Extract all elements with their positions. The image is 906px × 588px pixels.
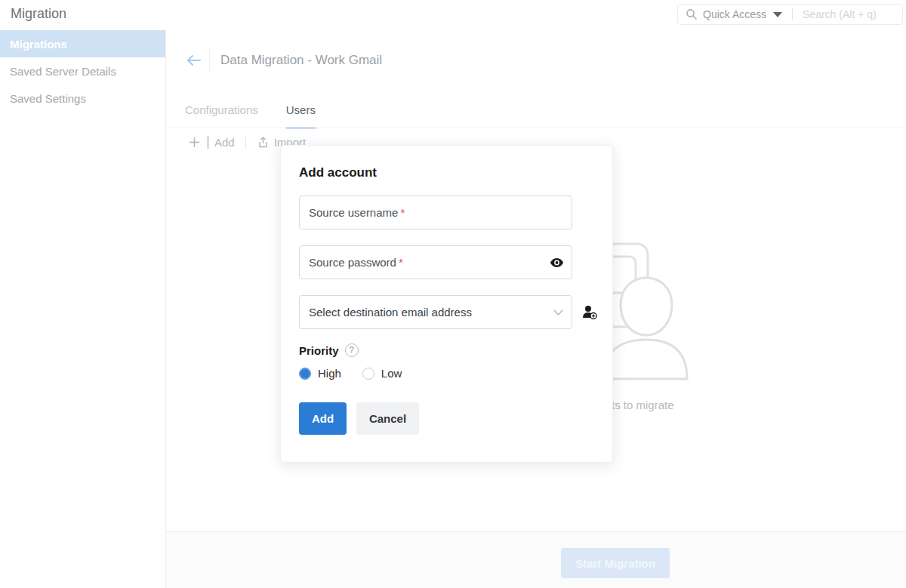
priority-row: Priority ? [299, 343, 594, 357]
modal-actions: Add Cancel [299, 402, 594, 435]
app-title: Migration [11, 6, 66, 22]
chevron-down-icon [553, 309, 564, 316]
source-password-placeholder: Source password [309, 256, 396, 269]
quick-access-label[interactable]: Quick Access [703, 8, 766, 20]
empty-state-text: ts to migrate [612, 399, 674, 411]
destination-email-select[interactable]: Select destination email address [299, 295, 572, 329]
back-button[interactable] [183, 51, 203, 70]
sidebar-item-label: Saved Settings [10, 92, 86, 105]
required-asterisk: * [399, 256, 403, 269]
add-button-label: Add [214, 136, 235, 149]
help-icon[interactable]: ? [345, 343, 359, 357]
destination-select-row: Select destination email address [299, 295, 572, 329]
sidebar-item-saved-settings[interactable]: Saved Settings [0, 85, 165, 112]
sidebar-item-label: Saved Server Details [10, 65, 116, 78]
priority-options: High Low [299, 367, 594, 380]
radio-low[interactable] [362, 368, 374, 380]
radio-low-label[interactable]: Low [381, 367, 402, 380]
sidebar-item-saved-server-details[interactable]: Saved Server Details [0, 57, 165, 85]
global-search[interactable]: Quick Access Search (Alt + q) [677, 4, 903, 25]
header-divider [209, 49, 210, 72]
search-input[interactable]: Search (Alt + q) [803, 8, 877, 20]
eye-icon[interactable] [550, 257, 564, 268]
sidebar-item-migrations[interactable]: Migrations [0, 30, 165, 57]
search-divider [792, 8, 793, 20]
tab-configurations[interactable]: Configurations [185, 103, 258, 129]
modal-cancel-button[interactable]: Cancel [356, 402, 419, 435]
footer-bar: Start Migration [166, 531, 906, 588]
search-icon [686, 8, 698, 20]
back-arrow-icon [185, 53, 202, 68]
modal-add-button[interactable]: Add [299, 402, 347, 435]
add-account-modal: Add account Source username * Source pas… [280, 145, 613, 463]
radio-high[interactable] [299, 368, 311, 380]
start-migration-button[interactable]: Start Migration [561, 548, 670, 578]
tab-bar: Configurations Users [166, 89, 906, 128]
caret-down-icon[interactable] [773, 12, 782, 17]
sidebar-item-label: Migrations [10, 38, 67, 51]
page-title: Data Migration - Work Gmail [220, 53, 382, 68]
plus-icon [189, 137, 200, 148]
source-username-placeholder: Source username [309, 206, 398, 219]
destination-select-placeholder: Select destination email address [309, 306, 472, 319]
sidebar: Migrations Saved Server Details Saved Se… [0, 30, 166, 588]
tab-users[interactable]: Users [286, 103, 316, 129]
source-password-field[interactable]: Source password * [299, 245, 572, 279]
top-bar: Migration Quick Access Search (Alt + q) [0, 0, 906, 30]
toolbar-divider [245, 137, 246, 148]
page-header: Data Migration - Work Gmail [166, 43, 906, 78]
radio-high-label[interactable]: High [318, 367, 341, 380]
import-upload-icon [257, 136, 270, 149]
text-cursor-artifact [208, 136, 208, 149]
add-user-icon[interactable] [581, 304, 598, 321]
add-button[interactable]: Add [189, 136, 235, 149]
required-asterisk: * [400, 206, 405, 219]
modal-title: Add account [299, 165, 594, 180]
source-username-field[interactable]: Source username * [299, 195, 572, 229]
priority-label: Priority [299, 344, 339, 357]
